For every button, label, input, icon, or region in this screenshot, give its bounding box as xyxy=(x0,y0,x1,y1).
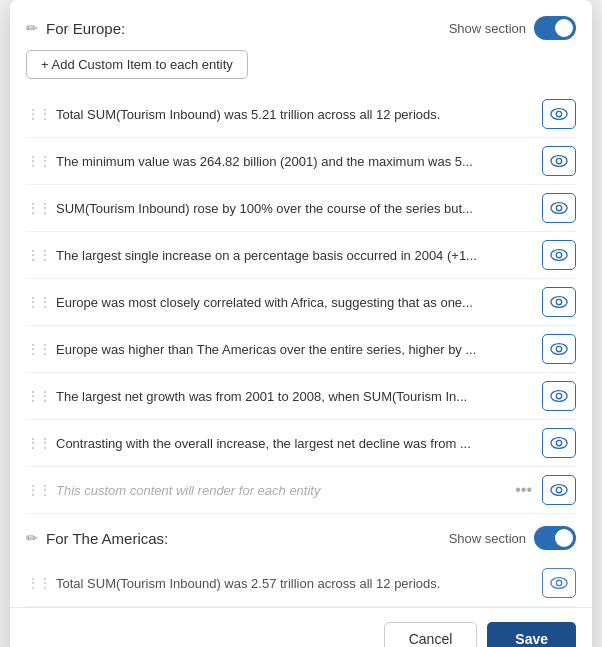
item-text: The largest single increase on a percent… xyxy=(56,248,536,263)
item-text: SUM(Tourism Inbound) rose by 100% over t… xyxy=(56,201,536,216)
eye-icon xyxy=(550,483,568,497)
visibility-toggle-button[interactable] xyxy=(542,334,576,364)
eye-icon xyxy=(550,154,568,168)
visibility-toggle-button[interactable] xyxy=(542,287,576,317)
item-text: Europe was higher than The Americas over… xyxy=(56,342,536,357)
visibility-toggle-button[interactable] xyxy=(542,193,576,223)
visibility-toggle-button[interactable] xyxy=(542,146,576,176)
svg-point-5 xyxy=(556,205,561,210)
americas-toggle-track: ✓ xyxy=(534,526,576,550)
table-row: ⋮⋮ Contrasting with the overall increase… xyxy=(26,420,576,467)
americas-section-header: ✏ For The Americas: Show section ✓ xyxy=(26,526,576,550)
eye-icon xyxy=(550,389,568,403)
custom-item-text[interactable]: This custom content will render for each… xyxy=(56,483,505,498)
edit-icon: ✏ xyxy=(26,20,38,36)
europe-section-header: ✏ For Europe: Show section ✓ xyxy=(26,16,576,40)
svg-point-1 xyxy=(556,111,561,116)
visibility-toggle-button[interactable] xyxy=(542,568,576,598)
table-row: ⋮⋮ Total SUM(Tourism Inbound) was 2.57 t… xyxy=(26,560,576,607)
table-row: ⋮⋮ The minimum value was 264.82 billion … xyxy=(26,138,576,185)
drag-handle-icon[interactable]: ⋮⋮ xyxy=(26,200,50,216)
modal-container: ✏ For Europe: Show section ✓ + Add Custo… xyxy=(10,0,592,647)
visibility-toggle-button[interactable] xyxy=(542,240,576,270)
europe-section-title: ✏ For Europe: xyxy=(26,20,125,37)
visibility-toggle-button[interactable] xyxy=(542,428,576,458)
add-custom-item-europe-button[interactable]: + Add Custom Item to each entity xyxy=(26,50,248,79)
cancel-button[interactable]: Cancel xyxy=(384,622,478,647)
eye-icon xyxy=(550,295,568,309)
item-text: Contrasting with the overall increase, t… xyxy=(56,436,536,451)
item-text: Total SUM(Tourism Inbound) was 5.21 tril… xyxy=(56,107,536,122)
svg-point-18 xyxy=(551,578,567,589)
add-btn-europe-label: + Add Custom Item to each entity xyxy=(41,57,233,72)
drag-handle-icon[interactable]: ⋮⋮ xyxy=(26,482,50,498)
drag-handle-icon[interactable]: ⋮⋮ xyxy=(26,575,50,591)
europe-show-label: Show section xyxy=(449,21,526,36)
svg-point-16 xyxy=(551,485,567,496)
svg-point-19 xyxy=(556,580,561,585)
drag-handle-icon[interactable]: ⋮⋮ xyxy=(26,247,50,263)
europe-title-text: For Europe: xyxy=(46,20,125,37)
svg-point-14 xyxy=(551,438,567,449)
eye-icon xyxy=(550,201,568,215)
europe-show-section-group: Show section ✓ xyxy=(449,16,576,40)
item-text: Europe was most closely correlated with … xyxy=(56,295,536,310)
americas-title-text: For The Americas: xyxy=(46,530,168,547)
drag-handle-icon[interactable]: ⋮⋮ xyxy=(26,388,50,404)
svg-point-3 xyxy=(556,158,561,163)
drag-handle-icon[interactable]: ⋮⋮ xyxy=(26,435,50,451)
table-row: ⋮⋮ SUM(Tourism Inbound) rose by 100% ove… xyxy=(26,185,576,232)
more-options-button[interactable]: ••• xyxy=(511,481,536,499)
save-button[interactable]: Save xyxy=(487,622,576,647)
table-row: ⋮⋮ This custom content will render for e… xyxy=(26,467,576,514)
modal-body: ✏ For Europe: Show section ✓ + Add Custo… xyxy=(10,0,592,607)
svg-point-15 xyxy=(556,440,561,445)
americas-toggle-check: ✓ xyxy=(563,530,572,543)
item-text: The minimum value was 264.82 billion (20… xyxy=(56,154,536,169)
americas-toggle[interactable]: ✓ xyxy=(534,526,576,550)
europe-toggle-check: ✓ xyxy=(563,20,572,33)
eye-icon xyxy=(550,342,568,356)
svg-point-4 xyxy=(551,203,567,214)
drag-handle-icon[interactable]: ⋮⋮ xyxy=(26,341,50,357)
edit-icon: ✏ xyxy=(26,530,38,546)
modal-footer: Cancel Save xyxy=(10,607,592,647)
svg-point-2 xyxy=(551,156,567,167)
table-row: ⋮⋮ The largest single increase on a perc… xyxy=(26,232,576,279)
europe-items-list: ⋮⋮ Total SUM(Tourism Inbound) was 5.21 t… xyxy=(26,91,576,514)
drag-handle-icon[interactable]: ⋮⋮ xyxy=(26,153,50,169)
svg-point-17 xyxy=(556,487,561,492)
table-row: ⋮⋮ Europe was higher than The Americas o… xyxy=(26,326,576,373)
europe-toggle-track: ✓ xyxy=(534,16,576,40)
svg-point-7 xyxy=(556,252,561,257)
table-row: ⋮⋮ Total SUM(Tourism Inbound) was 5.21 t… xyxy=(26,91,576,138)
americas-section-title: ✏ For The Americas: xyxy=(26,530,168,547)
svg-point-6 xyxy=(551,250,567,261)
svg-point-0 xyxy=(551,109,567,120)
table-row: ⋮⋮ Europe was most closely correlated wi… xyxy=(26,279,576,326)
item-text: The largest net growth was from 2001 to … xyxy=(56,389,536,404)
svg-point-9 xyxy=(556,299,561,304)
eye-icon xyxy=(550,107,568,121)
americas-show-section-group: Show section ✓ xyxy=(449,526,576,550)
visibility-toggle-button[interactable] xyxy=(542,99,576,129)
drag-handle-icon[interactable]: ⋮⋮ xyxy=(26,294,50,310)
visibility-toggle-button[interactable] xyxy=(542,475,576,505)
visibility-toggle-button[interactable] xyxy=(542,381,576,411)
item-text: Total SUM(Tourism Inbound) was 2.57 tril… xyxy=(56,576,536,591)
eye-icon xyxy=(550,436,568,450)
svg-point-10 xyxy=(551,344,567,355)
svg-point-11 xyxy=(556,346,561,351)
eye-icon xyxy=(550,576,568,590)
drag-handle-icon[interactable]: ⋮⋮ xyxy=(26,106,50,122)
europe-toggle[interactable]: ✓ xyxy=(534,16,576,40)
svg-point-8 xyxy=(551,297,567,308)
americas-show-label: Show section xyxy=(449,531,526,546)
section-divider xyxy=(26,514,576,526)
svg-point-13 xyxy=(556,393,561,398)
table-row: ⋮⋮ The largest net growth was from 2001 … xyxy=(26,373,576,420)
svg-point-12 xyxy=(551,391,567,402)
eye-icon xyxy=(550,248,568,262)
